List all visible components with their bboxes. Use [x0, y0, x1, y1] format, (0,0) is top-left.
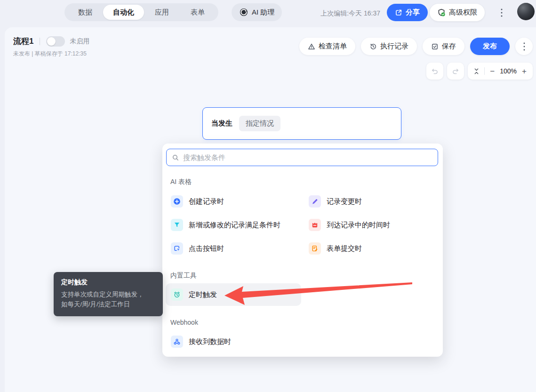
check-square-icon: [431, 43, 439, 50]
tooltip-line-1: 支持单次或自定义周期触发，: [61, 291, 144, 298]
flow-status-line: 未发布 | 草稿保存于 17:12:35: [13, 50, 89, 58]
menu-item-label: 新增或修改的记录满足条件时: [189, 221, 280, 230]
ai-table-trigger-grid: 创建记录时 记录变更时 新增或修: [162, 190, 443, 260]
undo-button[interactable]: [426, 63, 443, 80]
tab-data[interactable]: 数据: [67, 3, 103, 21]
user-avatar[interactable]: [517, 3, 535, 20]
checklist-button[interactable]: 检查清单: [299, 38, 355, 55]
menu-item-record-created[interactable]: 创建记录时: [166, 191, 296, 212]
alarm-clock-icon: [171, 288, 183, 301]
module-tab-group: 数据 自动化 应用 表单: [64, 3, 218, 21]
zoom-out-button[interactable]: −: [489, 67, 496, 75]
run-history-button[interactable]: 执行记录: [361, 38, 417, 55]
shield-check-icon: [437, 8, 446, 17]
workflow-canvas: 流程1 未启用 未发布 | 草稿保存于 17:12:35 检查清单: [5, 27, 536, 392]
save-button[interactable]: 保存: [423, 38, 464, 55]
redo-icon: [452, 67, 459, 75]
button-click-icon: [171, 242, 183, 255]
toggle-knob: [47, 37, 56, 46]
publish-button[interactable]: 发布: [470, 38, 510, 55]
flow-enable-toggle[interactable]: [46, 36, 65, 47]
menu-item-button-clicked[interactable]: 点击按钮时: [166, 238, 296, 259]
menu-item-record-time-reached[interactable]: 到达记录中的时间时: [304, 214, 439, 236]
vertical-dots-icon: [498, 7, 505, 19]
trigger-picker-panel: AI 表格 创建记录时: [162, 144, 443, 357]
warning-triangle-icon: [308, 43, 315, 50]
automation-editor-screen: 数据 自动化 应用 表单 AI 助理 上次编辑:今天 16:37: [0, 0, 536, 392]
section-title-webhook: Webhook: [170, 319, 198, 326]
history-clock-icon: [369, 43, 377, 50]
publish-button-label: 发布: [483, 42, 497, 51]
top-navigation-bar: 数据 自动化 应用 表单 AI 助理 上次编辑:今天 16:37: [0, 0, 536, 27]
tooltip-title: 定时触发: [61, 278, 155, 287]
menu-item-form-submitted[interactable]: 表单提交时: [304, 238, 439, 259]
last-edited-text: 上次编辑:今天 16:37: [320, 9, 380, 18]
share-button-label: 分享: [406, 8, 420, 17]
tooltip-description: 支持单次或自定义周期触发， 如每天/周/月/法定工作日: [61, 290, 155, 310]
share-button[interactable]: 分享: [387, 4, 428, 21]
plus-circle-icon: [171, 195, 183, 208]
trigger-node[interactable]: 当发生 指定情况: [202, 107, 401, 140]
vertical-dots-icon: [521, 41, 528, 52]
ai-assistant-label: AI 助理: [252, 8, 274, 17]
trigger-condition-chip[interactable]: 指定情况: [239, 116, 280, 131]
fit-view-button[interactable]: [473, 68, 480, 75]
menu-item-label: 点击按钮时: [189, 244, 224, 253]
flow-toolbar: 检查清单 执行记录: [299, 38, 533, 55]
section-title-ai-table: AI 表格: [170, 178, 192, 186]
filter-icon: [171, 219, 183, 231]
webhook-icon: [171, 336, 183, 348]
section-title-builtin-tools: 内置工具: [170, 272, 197, 280]
tab-apps[interactable]: 应用: [144, 3, 180, 21]
advanced-permission-label: 高级权限: [449, 8, 477, 17]
menu-item-record-changed[interactable]: 记录变更时: [304, 191, 439, 212]
calendar-icon: [309, 219, 321, 231]
tooltip-line-2: 如每天/周/月/法定工作日: [61, 301, 130, 308]
menu-item-label: 表单提交时: [327, 244, 362, 253]
fit-view-icon: [473, 68, 480, 75]
pencil-icon: [309, 195, 321, 208]
menu-item-label: 创建记录时: [189, 197, 224, 206]
advanced-permission-button[interactable]: 高级权限: [430, 4, 485, 21]
trigger-prefix-label: 当发生: [211, 119, 232, 128]
menu-item-label: 记录变更时: [327, 197, 362, 206]
zoom-in-button[interactable]: +: [521, 67, 528, 75]
redo-button[interactable]: [447, 63, 464, 80]
divider: [40, 38, 40, 45]
divider: [484, 67, 485, 75]
flow-title: 流程1: [13, 36, 33, 47]
flow-header: 流程1 未启用 未发布 | 草稿保存于 17:12:35: [13, 36, 89, 58]
scheduled-trigger-tooltip: 定时触发 支持单次或自定义周期触发， 如每天/周/月/法定工作日: [54, 272, 163, 316]
menu-item-data-received[interactable]: 接收到数据时: [166, 331, 301, 352]
form-icon: [309, 242, 321, 255]
tab-data-label: 数据: [78, 8, 92, 17]
trigger-search-box: [166, 149, 438, 166]
more-options-button[interactable]: [496, 6, 508, 19]
tab-apps-label: 应用: [155, 8, 169, 17]
tab-forms[interactable]: 表单: [180, 3, 216, 21]
tab-automation[interactable]: 自动化: [103, 5, 144, 20]
checklist-button-label: 检查清单: [319, 42, 347, 51]
search-icon: [172, 154, 179, 161]
flow-enabled-label: 未启用: [70, 37, 89, 46]
tab-automation-label: 自动化: [113, 8, 134, 17]
share-icon: [395, 9, 402, 16]
ai-assistant-icon: [239, 8, 248, 17]
menu-item-label: 定时触发: [189, 290, 217, 299]
zoom-level-value: 100%: [500, 67, 517, 75]
ai-assistant-button[interactable]: AI 助理: [232, 3, 282, 21]
menu-item-scheduled-trigger[interactable]: 定时触发: [166, 283, 301, 306]
menu-item-record-meets-condition[interactable]: 新增或修改的记录满足条件时: [166, 214, 296, 236]
save-button-label: 保存: [442, 42, 456, 51]
menu-item-label: 接收到数据时: [189, 337, 231, 346]
toolbar-more-button[interactable]: [515, 38, 533, 55]
run-history-button-label: 执行记录: [380, 42, 408, 51]
menu-item-label: 到达记录中的时间时: [327, 221, 390, 230]
undo-icon: [431, 67, 439, 75]
tab-forms-label: 表单: [191, 8, 205, 17]
canvas-zoom-bar: − 100% +: [426, 63, 533, 80]
trigger-search-input[interactable]: [183, 153, 432, 161]
zoom-control-group: − 100% +: [468, 63, 533, 80]
